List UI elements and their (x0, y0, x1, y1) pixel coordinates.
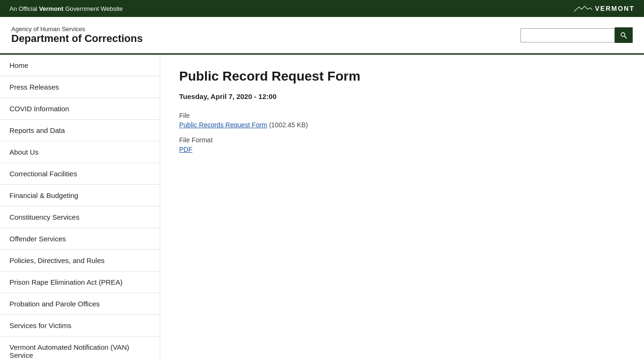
sidebar-item-0[interactable]: Home (0, 55, 160, 76)
main-content: Public Record Request Form Tuesday, Apri… (160, 55, 644, 362)
sidebar-item-13[interactable]: Vermont Automated Notification (VAN) Ser… (0, 337, 160, 362)
department-name: Department of Corrections (11, 33, 143, 45)
file-label: File (179, 112, 625, 119)
sidebar-item-6[interactable]: Financial & Budgeting (0, 185, 160, 206)
site-title-area: Agency of Human Services Department of C… (11, 25, 143, 45)
file-format-value[interactable]: PDF (179, 146, 192, 153)
svg-point-0 (621, 33, 625, 36)
file-link[interactable]: Public Records Request Form (179, 121, 267, 129)
vermont-mountain-icon (573, 4, 592, 13)
sidebar-item-9[interactable]: Policies, Directives, and Rules (0, 250, 160, 272)
file-format-section: File Format PDF (179, 136, 625, 153)
vermont-logo: VERMONT (573, 4, 635, 13)
layout: HomePress ReleasesCOVID InformationRepor… (0, 55, 644, 362)
site-header: Agency of Human Services Department of C… (0, 17, 644, 55)
sidebar-item-8[interactable]: Offender Services (0, 228, 160, 250)
agency-name: Agency of Human Services (11, 25, 143, 33)
search-icon (620, 32, 627, 39)
vermont-logo-text: VERMONT (595, 5, 635, 12)
sidebar-item-1[interactable]: Press Releases (0, 76, 160, 98)
search-area (520, 27, 633, 43)
sidebar-item-12[interactable]: Services for Victims (0, 315, 160, 337)
top-banner: An Official Vermont Government Website V… (0, 0, 644, 17)
sidebar-item-4[interactable]: About Us (0, 141, 160, 163)
sidebar-item-10[interactable]: Prison Rape Elimination Act (PREA) (0, 272, 160, 293)
file-format-label: File Format (179, 136, 625, 144)
svg-line-1 (625, 36, 627, 38)
page-title: Public Record Request Form (179, 69, 625, 84)
vermont-bold: Vermont (39, 5, 64, 12)
search-input[interactable] (520, 28, 615, 42)
sidebar-item-5[interactable]: Correctional Facilities (0, 163, 160, 185)
sidebar: HomePress ReleasesCOVID InformationRepor… (0, 55, 160, 362)
sidebar-item-3[interactable]: Reports and Data (0, 120, 160, 141)
sidebar-item-7[interactable]: Constituency Services (0, 206, 160, 228)
official-text: An Official Vermont Government Website (9, 5, 123, 12)
search-button[interactable] (615, 27, 633, 43)
sidebar-item-2[interactable]: COVID Information (0, 98, 160, 120)
official-suffix: Government Website (64, 5, 123, 12)
official-prefix: An Official (9, 5, 39, 12)
file-section: File Public Records Request Form (1002.4… (179, 112, 625, 129)
file-size: (1002.45 KB) (269, 121, 308, 129)
page-date: Tuesday, April 7, 2020 - 12:00 (179, 92, 625, 100)
sidebar-item-11[interactable]: Probation and Parole Offices (0, 293, 160, 315)
